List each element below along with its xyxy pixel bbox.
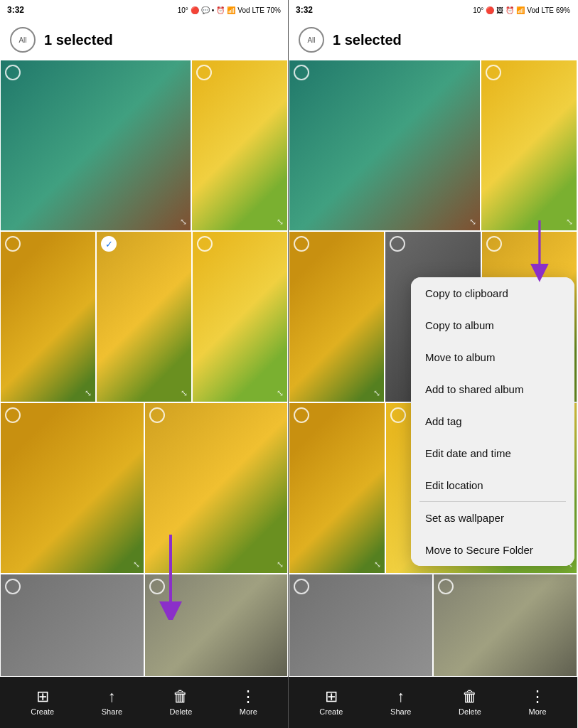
do-not-disturb-icon: 🔴 — [191, 6, 199, 14]
left-header: All 1 selected — [0, 20, 288, 60]
right-more-icon: ⋮ — [530, 689, 545, 705]
left-phone-panel: 3:32 10° 🔴 💬 • ⏰ 📶 Vod LTE 70% All 1 sel… — [0, 0, 289, 728]
right-create-icon: ⊞ — [325, 689, 338, 705]
temp-icon: 10° — [178, 6, 188, 14]
right-grid-cell-1-1[interactable]: ⤡ — [289, 60, 481, 231]
alarm-icon: ⏰ — [216, 6, 225, 14]
left-photo-grid: ⤡ ⤡ ⤡ ✓ ⤡ ⤡ — [0, 60, 288, 677]
right-grid-cell-3-1[interactable]: ⤡ — [289, 402, 385, 574]
right-status-bar: 3:32 10° 🔴 🖼 ⏰ 📶 Vod LTE 69% — [289, 0, 577, 20]
expand-icon-2: ⤡ — [277, 217, 284, 227]
right-cell-checkbox-5[interactable] — [486, 236, 502, 252]
right-wifi-icon: 📶 — [516, 6, 525, 14]
right-cell-checkbox-3[interactable] — [294, 236, 309, 252]
right-do-not-disturb-icon: 🔴 — [486, 6, 494, 14]
purple-arrow-more — [518, 220, 567, 284]
right-more-button[interactable]: ⋮ More — [529, 689, 547, 716]
left-time: 3:32 — [7, 5, 24, 15]
right-all-circle[interactable]: All — [299, 27, 324, 53]
right-grid-cell-1-2[interactable]: ⤡ — [481, 60, 577, 231]
more-button[interactable]: ⋮ More — [240, 689, 257, 716]
menu-item-add-tag[interactable]: Add tag — [411, 405, 574, 437]
right-temp: 10° — [473, 6, 483, 14]
grid-cell-2-1[interactable]: ⤡ — [0, 231, 96, 402]
grid-cell-4-1[interactable] — [0, 574, 144, 677]
right-battery-icon: 69% — [556, 6, 570, 14]
right-bottom-toolbar: ⊞ Create ↑ Share 🗑 Delete ⋮ More — [289, 677, 577, 728]
right-delete-button[interactable]: 🗑 Delete — [459, 689, 481, 716]
right-selected-count: 1 selected — [333, 32, 402, 48]
right-expand-icon-1: ⤡ — [469, 217, 476, 227]
right-time: 3:32 — [296, 5, 313, 15]
right-photos-icon: 🖼 — [496, 6, 503, 14]
right-grid-row-4 — [289, 574, 577, 677]
right-cell-checkbox-2[interactable] — [486, 65, 501, 80]
right-grid-cell-2-1[interactable]: ⤡ — [289, 231, 385, 402]
left-status-bar: 3:32 10° 🔴 💬 • ⏰ 📶 Vod LTE 70% — [0, 0, 288, 20]
menu-item-edit-location[interactable]: Edit location — [411, 469, 574, 501]
menu-item-move-album[interactable]: Move to album — [411, 341, 574, 373]
grid-cell-1-2[interactable]: ⤡ — [191, 60, 288, 231]
right-cell-checkbox-1[interactable] — [294, 65, 309, 80]
right-grid-row-1: ⤡ ⤡ — [289, 60, 577, 231]
purple-arrow-delete — [142, 535, 199, 620]
right-alarm-icon: ⏰ — [505, 6, 514, 14]
right-phone-panel: 3:32 10° 🔴 🖼 ⏰ 📶 Vod LTE 69% All 1 selec… — [289, 0, 577, 728]
grid-cell-2-2[interactable]: ✓ ⤡ — [96, 231, 192, 402]
right-expand-icon-3: ⤡ — [373, 388, 380, 398]
signal-icon: Vod LTE — [237, 6, 264, 14]
right-status-icons: 10° 🔴 🖼 ⏰ 📶 Vod LTE 69% — [473, 6, 570, 14]
cell-checkbox-5[interactable] — [197, 236, 213, 252]
expand-icon-3: ⤡ — [85, 388, 92, 398]
expand-icon-1: ⤡ — [180, 217, 187, 227]
selected-count: 1 selected — [44, 32, 113, 48]
grid-cell-3-1[interactable]: ⤡ — [0, 402, 144, 574]
cell-checkbox-3[interactable] — [5, 236, 21, 252]
menu-item-edit-date[interactable]: Edit date and time — [411, 437, 574, 469]
more-icon: ⋮ — [240, 689, 256, 705]
left-bottom-toolbar: ⊞ Create ↑ Share 🗑 Delete ⋮ More — [0, 677, 288, 728]
right-signal-icon: Vod LTE — [527, 6, 554, 14]
all-circle[interactable]: All — [10, 27, 36, 53]
battery-icon: 70% — [267, 6, 281, 14]
right-header: All 1 selected — [289, 20, 577, 60]
delete-icon: 🗑 — [173, 689, 188, 705]
dot-icon: • — [212, 6, 215, 14]
expand-icon-4: ⤡ — [181, 388, 188, 398]
create-icon: ⊞ — [36, 689, 49, 705]
grid-row-1: ⤡ ⤡ — [0, 60, 288, 231]
right-grid-cell-4-1[interactable] — [289, 574, 433, 677]
expand-icon-5: ⤡ — [277, 388, 284, 398]
right-grid-cell-4-2[interactable] — [433, 574, 577, 677]
share-icon: ↑ — [108, 689, 116, 705]
cell-checkbox-1[interactable] — [5, 65, 21, 80]
cell-checkbox-4[interactable]: ✓ — [101, 236, 117, 252]
whatsapp-icon: 💬 — [201, 6, 210, 14]
menu-item-copy-album[interactable]: Copy to album — [411, 309, 574, 341]
delete-button[interactable]: 🗑 Delete — [169, 689, 192, 716]
right-share-button[interactable]: ↑ Share — [390, 689, 411, 716]
expand-icon-6: ⤡ — [133, 560, 140, 569]
right-expand-icon-6: ⤡ — [374, 560, 381, 569]
share-button[interactable]: ↑ Share — [102, 689, 122, 716]
right-share-icon: ↑ — [397, 689, 405, 705]
cell-checkbox-7[interactable] — [149, 407, 165, 423]
context-menu: Copy to clipboard Copy to album Move to … — [411, 277, 574, 566]
menu-item-add-shared[interactable]: Add to shared album — [411, 373, 574, 405]
right-create-button[interactable]: ⊞ Create — [319, 689, 343, 716]
grid-cell-1-1[interactable]: ⤡ — [0, 60, 191, 231]
menu-item-secure-folder[interactable]: Move to Secure Folder — [411, 534, 574, 566]
create-button[interactable]: ⊞ Create — [31, 689, 54, 716]
grid-cell-2-3[interactable]: ⤡ — [192, 231, 288, 402]
expand-icon-7: ⤡ — [277, 560, 284, 569]
grid-row-2: ⤡ ✓ ⤡ ⤡ — [0, 231, 288, 402]
left-status-icons: 10° 🔴 💬 • ⏰ 📶 Vod LTE 70% — [178, 6, 281, 14]
right-delete-icon: 🗑 — [462, 689, 478, 705]
wifi-icon: 📶 — [227, 6, 235, 14]
menu-item-wallpaper[interactable]: Set as wallpaper — [411, 502, 574, 534]
